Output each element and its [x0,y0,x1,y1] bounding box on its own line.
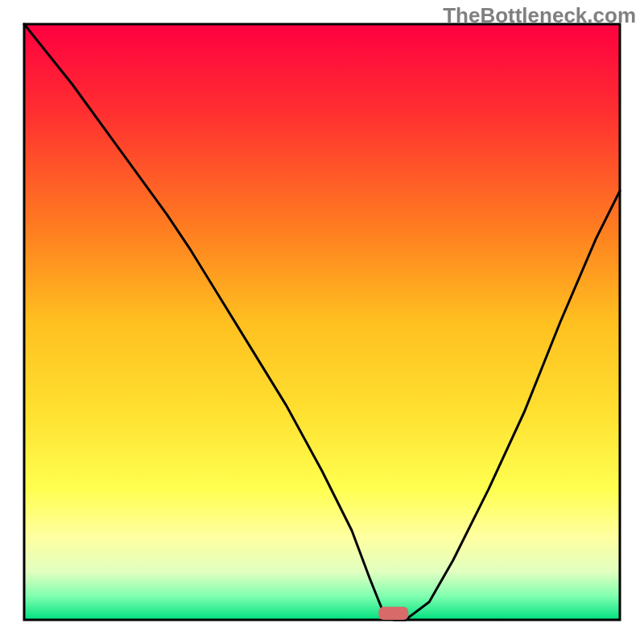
chart-container: TheBottleneck.com [0,0,644,644]
chart-svg [0,0,644,644]
watermark-text: TheBottleneck.com [443,3,636,28]
plot-background [24,24,620,620]
chart-marker [378,607,408,620]
